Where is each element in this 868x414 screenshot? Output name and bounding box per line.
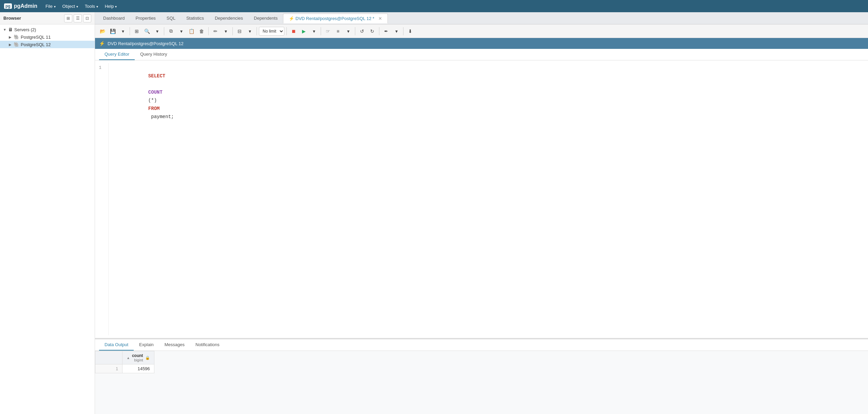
keyword-count: COUNT <box>148 90 163 95</box>
run-button[interactable]: ▶ <box>299 26 308 36</box>
toolbar-sep-10 <box>403 27 403 35</box>
col-count-header[interactable]: ▲ count bigint 🔒 <box>122 351 154 364</box>
tab-query-history[interactable]: Query History <box>135 49 172 60</box>
toolbar-sep-7 <box>321 27 321 35</box>
copy-dropdown-button[interactable]: ▾ <box>176 26 186 36</box>
sidebar-icon-1[interactable]: ⊞ <box>64 14 72 22</box>
search-button[interactable]: 🔍 <box>142 26 152 36</box>
limit-select[interactable]: No limit 1000 500 100 <box>259 27 284 36</box>
indent-button[interactable]: ≡ <box>333 26 343 36</box>
view-data-button[interactable]: ⊞ <box>132 26 141 36</box>
search-dropdown-button[interactable]: ▾ <box>152 26 162 36</box>
delete-button[interactable]: 🗑 <box>197 26 206 36</box>
save-dropdown-button[interactable]: ▾ <box>118 26 128 36</box>
sort-asc-icon: ▲ <box>127 356 130 360</box>
save-file-button[interactable]: 💾 <box>108 26 117 36</box>
nav-menu: File ▾ Object ▾ Tools ▾ Help ▾ <box>43 2 119 10</box>
results-table: ▲ count bigint 🔒 <box>95 351 154 373</box>
filter-dropdown-button[interactable]: ▾ <box>245 26 254 36</box>
pg12-label: PostgreSQL 12 <box>21 42 51 47</box>
tab-explain[interactable]: Explain <box>134 339 159 351</box>
tab-notifications[interactable]: Notifications <box>190 339 225 351</box>
tab-bar: Dashboard Properties SQL Statistics Depe… <box>95 12 868 24</box>
output-tabs: Data Output Explain Messages Notificatio… <box>95 339 868 351</box>
tab-query-editor[interactable]: Query Editor <box>99 49 135 60</box>
logo-pg: pg <box>4 3 12 9</box>
editor-tabs: Query Editor Query History <box>95 49 868 60</box>
pg11-icon: 🐘 <box>14 34 19 40</box>
macro-button[interactable]: ✒ <box>381 26 391 36</box>
top-nav: pg pgAdmin File ▾ Object ▾ Tools ▾ Help … <box>0 0 868 12</box>
tab-statistics[interactable]: Statistics <box>181 14 209 23</box>
tab-dependencies[interactable]: Dependencies <box>209 14 248 23</box>
tab-query[interactable]: ⚡ DVD Rental/postgres@PostgreSQL 12 * ✕ <box>283 14 388 23</box>
pg12-icon: 🐘 <box>14 42 19 47</box>
line-numbers: 1 <box>95 63 109 335</box>
code-space-1 <box>148 81 151 87</box>
servers-arrow: ▼ <box>3 28 7 32</box>
nav-file[interactable]: File ▾ <box>43 2 58 10</box>
tab-properties[interactable]: Properties <box>130 14 161 23</box>
row-1-count: 14596 <box>122 364 154 373</box>
row-num-header <box>95 351 122 364</box>
sidebar-icon-3[interactable]: ⊡ <box>83 14 91 22</box>
tab-sql[interactable]: SQL <box>161 14 181 23</box>
logo-admin: pgAdmin <box>14 3 37 9</box>
tab-data-output[interactable]: Data Output <box>99 339 134 351</box>
count-header-inner: ▲ count bigint 🔒 <box>127 353 150 362</box>
nav-help[interactable]: Help ▾ <box>102 2 119 10</box>
sidebar-icon-2[interactable]: ☰ <box>74 14 82 22</box>
hand-button[interactable]: ☞ <box>323 26 333 36</box>
sidebar-toolbar: ⊞ ☰ ⊡ <box>64 14 91 22</box>
lock-icon: 🔒 <box>145 356 150 360</box>
tree-postgresql12[interactable]: ▶ 🐘 PostgreSQL 12 <box>0 41 95 48</box>
tree-postgresql11[interactable]: ▶ 🐘 PostgreSQL 11 <box>0 33 95 41</box>
edit-dropdown-button[interactable]: ▾ <box>221 26 230 36</box>
object-arrow: ▾ <box>76 5 78 8</box>
pg11-label: PostgreSQL 11 <box>21 35 51 40</box>
paste-button[interactable]: 📋 <box>187 26 196 36</box>
commit-button[interactable]: ↺ <box>357 26 367 36</box>
line-number-1: 1 <box>95 64 104 72</box>
data-table-container: ▲ count bigint 🔒 <box>95 351 868 414</box>
edit-button[interactable]: ✏ <box>211 26 220 36</box>
code-content[interactable]: SELECT COUNT (*) FROM payment; <box>109 63 868 335</box>
connection-icon: ⚡ <box>99 41 105 46</box>
toolbar-sep-1 <box>130 27 130 35</box>
tree-servers[interactable]: ▼ 🖥 Servers (2) <box>0 26 95 33</box>
run-dropdown-button[interactable]: ▾ <box>309 26 319 36</box>
server-tree: ▼ 🖥 Servers (2) ▶ 🐘 PostgreSQL 11 ▶ 🐘 Po… <box>0 24 95 414</box>
connection-label: DVD Rental/postgres@PostgreSQL 12 <box>108 41 184 46</box>
indent-dropdown-button[interactable]: ▾ <box>343 26 353 36</box>
sidebar: Browser ⊞ ☰ ⊡ ▼ 🖥 Servers (2) ▶ 🐘 Postgr… <box>0 12 95 414</box>
tab-dashboard[interactable]: Dashboard <box>98 14 130 23</box>
help-arrow: ▾ <box>115 5 117 8</box>
copy-button[interactable]: ⧉ <box>166 26 176 36</box>
count-col-type: bigint <box>132 358 143 362</box>
stop-button[interactable]: ⏹ <box>289 26 298 36</box>
keyword-select: SELECT <box>148 73 165 79</box>
toolbar-sep-2 <box>164 27 164 35</box>
macro-dropdown-button[interactable]: ▾ <box>392 26 401 36</box>
output-panel: Data Output Explain Messages Notificatio… <box>95 339 868 414</box>
toolbar-sep-8 <box>355 27 355 35</box>
editor-container: Query Editor Query History 1 SELECT COUN… <box>95 49 868 414</box>
toolbar-sep-9 <box>379 27 379 35</box>
rollback-button[interactable]: ↻ <box>367 26 377 36</box>
code-table: payment; <box>148 114 174 119</box>
code-editor[interactable]: 1 SELECT COUNT (*) FROM payment; <box>95 60 868 338</box>
count-col-info: count bigint <box>132 353 143 362</box>
nav-tools[interactable]: Tools ▾ <box>82 2 101 10</box>
table-row: 1 14596 <box>95 364 154 373</box>
sidebar-header: Browser ⊞ ☰ ⊡ <box>0 12 95 24</box>
tab-close-button[interactable]: ✕ <box>378 16 382 21</box>
tab-messages[interactable]: Messages <box>159 339 190 351</box>
download-button[interactable]: ⬇ <box>405 26 415 36</box>
open-file-button[interactable]: 📂 <box>98 26 107 36</box>
filter-button[interactable]: ⊟ <box>235 26 244 36</box>
count-col-name: count <box>132 353 143 358</box>
nav-object[interactable]: Object ▾ <box>60 2 81 10</box>
connection-bar: ⚡ DVD Rental/postgres@PostgreSQL 12 <box>95 38 868 49</box>
keyword-from: FROM <box>148 106 160 111</box>
tab-dependents[interactable]: Dependents <box>248 14 283 23</box>
